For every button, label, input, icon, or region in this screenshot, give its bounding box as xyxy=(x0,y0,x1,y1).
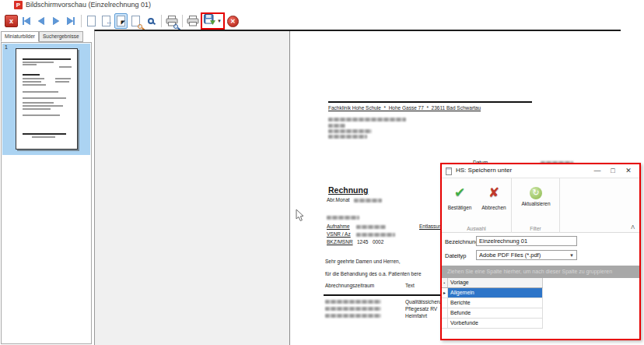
bkz-label: BKZ/MSNR xyxy=(327,239,353,245)
grid-cell[interactable]: Berichte xyxy=(448,298,542,308)
abr-monat-label: Abr.Monat xyxy=(327,197,350,202)
fit-width-icon[interactable]: ↔ xyxy=(100,13,113,29)
close-icon[interactable]: x xyxy=(5,15,18,27)
document-icon xyxy=(446,167,452,175)
floppy-glyph xyxy=(204,14,215,25)
minimize-icon[interactable]: — xyxy=(590,164,605,178)
sender-line: Fachklinik Hohe Schule * Hohe Gasse 77 *… xyxy=(328,105,481,111)
previous-page-icon[interactable] xyxy=(34,13,47,29)
check-icon: ✔ xyxy=(443,183,477,203)
dateityp-value: Adobe PDF Files (*.pdf) xyxy=(479,252,569,259)
magnifier-icon[interactable] xyxy=(144,13,157,29)
redacted-text xyxy=(328,135,367,139)
whole-page-icon[interactable] xyxy=(85,13,98,29)
groupby-hint-bar[interactable]: Ziehen Sie eine Spalte hierher, um nach … xyxy=(442,266,639,278)
bkz-value: 1245 0002 xyxy=(357,239,383,245)
refresh-label: Aktualisieren xyxy=(519,201,553,206)
redacted-text xyxy=(327,216,359,220)
printer-glyph xyxy=(187,16,199,26)
invoice-row-text: Pflegesatz RV xyxy=(405,306,437,312)
chevron-down-icon: ▼ xyxy=(569,253,574,258)
grid-row[interactable]: Vorbefunde xyxy=(442,319,543,329)
group-caption: Filter xyxy=(512,226,559,231)
group-auswahl: ✔ Bestätigen ✘ Abbrechen Auswahl xyxy=(442,178,512,233)
dialog-ribbon: ✔ Bestätigen ✘ Abbrechen Auswahl ↻ Aktua… xyxy=(442,178,639,233)
grid-corner-icon: ▪ xyxy=(442,278,448,287)
tab-miniaturbilder[interactable]: Miniaturbilder xyxy=(1,31,39,42)
redacted-text xyxy=(356,233,395,237)
grid-row[interactable]: Befunde xyxy=(442,308,543,319)
dialog-titlebar[interactable]: HS: Speichern unter — □ ✕ xyxy=(442,164,639,178)
mouse-cursor xyxy=(296,209,305,226)
zoom-page-icon[interactable] xyxy=(129,13,142,29)
save-button-annotation: ▼ xyxy=(201,12,225,30)
stop-icon[interactable]: ✕ xyxy=(227,16,239,27)
group-filter: ↻ Aktualisieren Filter xyxy=(512,178,560,233)
thumbnail-page-number: 1 xyxy=(5,44,8,50)
vsnr-label: VSNR / Az xyxy=(327,231,351,237)
redacted-text xyxy=(356,225,386,229)
thumbnail-selected[interactable]: 1 xyxy=(2,44,90,155)
aufnahme-label: Aufnahme xyxy=(327,224,350,229)
bezeichnung-input[interactable] xyxy=(476,236,577,246)
invoice-row: Heimfahrt xyxy=(325,312,442,319)
invoice-row: Qualitätssicheru xyxy=(325,298,442,305)
grid-cell[interactable]: Befunde xyxy=(448,308,542,318)
grid-header[interactable]: ▪ Vorlage xyxy=(442,278,543,288)
titlebar: P Bildschirmvorschau (Einzelrechnung 01) xyxy=(0,0,644,11)
x-icon: ✘ xyxy=(477,183,511,203)
vorlage-grid-rows: ▸AllgemeinBerichteBefundeVorbefunde xyxy=(442,288,639,329)
first-page-icon[interactable] xyxy=(19,13,33,29)
confirm-label: Bestätigen xyxy=(443,205,477,210)
table-col1-header: Abrechnungszeitraum xyxy=(325,283,374,288)
app-window: P Bildschirmvorschau (Einzelrechnung 01)… xyxy=(0,0,644,345)
grid-cell[interactable]: Vorbefunde xyxy=(448,319,542,328)
dateityp-select[interactable]: Adobe PDF Files (*.pdf) ▼ xyxy=(476,250,577,260)
confirm-button[interactable]: ✔ Bestätigen xyxy=(443,183,477,210)
vorlage-grid: ▪ Vorlage ▸AllgemeinBerichteBefundeVorbe… xyxy=(442,278,639,339)
thumbnail-page[interactable] xyxy=(16,48,78,150)
app-icon: P xyxy=(14,1,23,9)
invoice-title: Rechnung xyxy=(328,185,368,195)
separator xyxy=(180,14,184,28)
refresh-button[interactable]: ↻ Aktualisieren xyxy=(519,183,553,206)
row-indicator xyxy=(442,308,448,318)
last-page-icon[interactable] xyxy=(64,13,77,29)
print-icon[interactable] xyxy=(186,13,199,29)
row-indicator xyxy=(442,298,448,308)
sidebar: Miniaturbilder Suchergebnisse 1 xyxy=(1,31,92,344)
grid-row[interactable]: Berichte xyxy=(442,298,543,308)
maximize-icon[interactable]: □ xyxy=(605,164,621,178)
collapse-chevron-icon[interactable]: ᐱ xyxy=(631,224,635,231)
dateityp-label: Dateityp xyxy=(445,252,467,259)
document-rule xyxy=(328,101,532,103)
redacted-text xyxy=(328,124,345,128)
grid-row[interactable]: ▸Allgemein xyxy=(442,288,543,298)
next-page-icon[interactable] xyxy=(49,13,62,29)
redacted-text xyxy=(328,118,406,121)
redacted-text xyxy=(325,314,381,319)
cancel-button[interactable]: ✘ Abbrechen xyxy=(477,183,511,210)
row-indicator: ▸ xyxy=(442,288,448,297)
grid-cell[interactable]: Allgemein xyxy=(448,288,542,297)
sidebar-tabs: Miniaturbilder Suchergebnisse xyxy=(1,31,92,42)
tab-suchergebnisse[interactable]: Suchergebnisse xyxy=(39,31,83,42)
save-dialog: HS: Speichern unter — □ ✕ ✔ Bestätigen ✘… xyxy=(440,163,641,340)
pointer-tool-icon[interactable]: ◤ xyxy=(114,13,128,29)
separator xyxy=(79,14,83,28)
grid-column-header[interactable]: Vorlage xyxy=(448,278,542,287)
save-export-icon[interactable] xyxy=(204,14,215,28)
salutation: Sehr geehrte Damen und Herren, xyxy=(325,259,400,264)
close-icon[interactable]: ✕ xyxy=(621,164,636,178)
window-title: Bildschirmvorschau (Einzelrechnung 01) xyxy=(26,1,151,9)
invoice-row-text: Heimfahrt xyxy=(405,313,427,319)
toolbar: x ↔ ◤ xyxy=(5,12,240,30)
row-indicator xyxy=(442,319,448,328)
print-preview-icon[interactable] xyxy=(165,13,178,29)
body-line: für die Behandlung des o.a. Patienten be… xyxy=(325,271,422,276)
thumbnail-panel: 1 xyxy=(1,42,92,344)
cancel-label: Abbrechen xyxy=(477,205,511,210)
redacted-text xyxy=(354,199,382,202)
dropdown-caret-icon[interactable]: ▼ xyxy=(217,19,222,23)
redacted-text xyxy=(325,300,381,305)
